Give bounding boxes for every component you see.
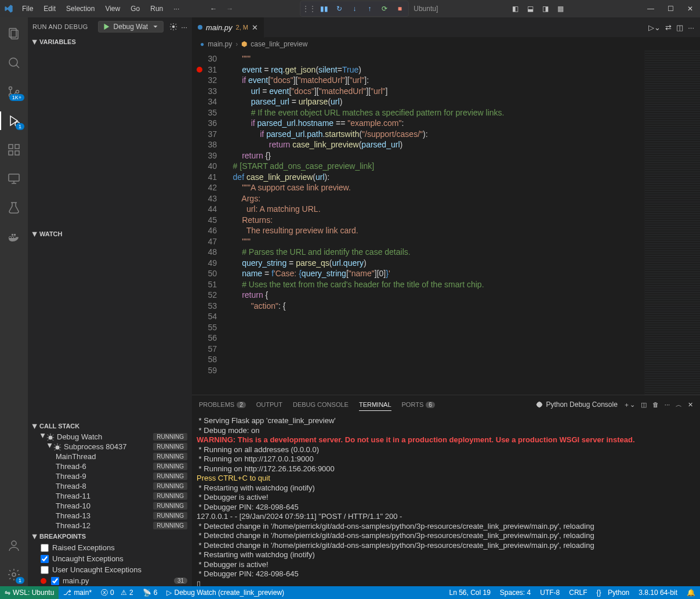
menu-···[interactable]: ··· [169, 2, 184, 15]
panel-more-icon[interactable]: ··· [665, 401, 670, 408]
eol-indicator[interactable]: CRLF [564, 589, 592, 597]
breakpoint-category[interactable]: User Uncaught Exceptions [30, 564, 190, 575]
language-mode[interactable]: {} Python [592, 589, 634, 597]
breakpoint-checkbox[interactable] [51, 577, 59, 585]
breakpoint-label: Uncaught Exceptions [52, 554, 124, 563]
layout-customize-icon[interactable]: ▦ [554, 2, 567, 15]
editor-more-icon[interactable]: ··· [688, 23, 694, 32]
indentation-indicator[interactable]: Spaces: 4 [495, 589, 535, 597]
editor-tab-main[interactable]: main.py 2, M ✕ [192, 17, 264, 38]
breakpoint-checkbox[interactable] [41, 544, 49, 552]
callstack-row[interactable]: Thread-8RUNNING [30, 481, 190, 491]
callstack-row[interactable]: ▶Debug WatchRUNNING [30, 432, 190, 442]
breakpoint-checkbox[interactable] [41, 555, 49, 563]
callstack-row[interactable]: Thread-12RUNNING [30, 521, 190, 531]
explorer-icon[interactable] [0, 22, 28, 45]
callstack-row[interactable]: Thread-9RUNNING [30, 471, 190, 481]
menu-run[interactable]: Run [146, 2, 168, 15]
testing-icon[interactable] [0, 196, 28, 219]
callstack-row[interactable]: Thread-13RUNNING [30, 511, 190, 521]
panel-close-icon[interactable]: ✕ [688, 401, 693, 409]
debug-console-tab[interactable]: DEBUG CONSOLE [293, 399, 349, 410]
settings-gear-icon[interactable]: 1 [0, 563, 28, 586]
extensions-icon[interactable] [0, 138, 28, 161]
terminal-output[interactable]: * Serving Flask app 'create_link_preview… [192, 414, 700, 586]
kill-terminal-icon[interactable]: 🗑 [652, 401, 659, 408]
variables-section-head[interactable]: ▶VARIABLES [28, 36, 192, 48]
debug-session-indicator[interactable]: ▷Debug Watch (create_link_preview) [162, 586, 289, 599]
debug-config-select[interactable]: Debug Wat [98, 21, 164, 33]
drag-handle-icon[interactable]: ⋮⋮ [303, 2, 315, 15]
breakpoint-category[interactable]: Uncaught Exceptions [30, 553, 190, 564]
python-interpreter[interactable]: 3.8.10 64-bit [634, 589, 682, 597]
breakpoint-dot-icon[interactable] [197, 67, 202, 73]
menu-file[interactable]: File [17, 2, 38, 15]
new-terminal-icon[interactable]: ＋⌄ [623, 400, 635, 409]
restart-icon[interactable]: ⟳ [378, 2, 391, 15]
problems-indicator[interactable]: ⓧ0 ⚠2 [96, 586, 138, 599]
layout-toggle-right-icon[interactable]: ◨ [539, 2, 552, 15]
callstack-row[interactable]: Thread-10RUNNING [30, 501, 190, 511]
panel: PROBLEMS2 OUTPUT DEBUG CONSOLE TERMINAL … [192, 395, 700, 586]
callstack-row[interactable]: MainThreadRUNNING [30, 452, 190, 461]
minimap[interactable] [644, 50, 700, 395]
problems-tab[interactable]: PROBLEMS2 [199, 399, 246, 410]
file-breakpoint-row[interactable]: main.py31 [30, 575, 190, 586]
callstack-section-head[interactable]: ▶CALL STACK [28, 420, 192, 432]
docker-icon[interactable] [0, 225, 28, 248]
split-editor-icon[interactable]: ◫ [676, 23, 683, 32]
maximize-icon[interactable]: ☐ [661, 0, 680, 17]
cursor-position[interactable]: Ln 56, Col 19 [444, 589, 495, 597]
notifications-icon[interactable]: 🔔 [682, 589, 700, 597]
remote-indicator[interactable]: ⇋WSL: Ubuntu [0, 586, 59, 599]
close-icon[interactable]: ✕ [680, 0, 700, 17]
source-control-icon[interactable]: 1K+ [0, 80, 28, 103]
panel-maximize-icon[interactable]: ︿ [676, 400, 682, 409]
debug-settings-icon[interactable] [169, 23, 177, 31]
ports-indicator[interactable]: 📡6 [138, 586, 162, 599]
ports-tab[interactable]: PORTS6 [402, 399, 435, 410]
menu-selection[interactable]: Selection [61, 2, 99, 15]
layout-toggle-bottom-icon[interactable]: ⬓ [524, 2, 536, 15]
accounts-icon[interactable] [0, 534, 28, 557]
encoding-indicator[interactable]: UTF-8 [535, 589, 564, 597]
start-debug-icon[interactable] [102, 23, 110, 31]
menu-go[interactable]: Go [126, 2, 144, 15]
layout-toggle-left-icon[interactable]: ◧ [509, 2, 521, 15]
branch-indicator[interactable]: ⎇main* [59, 586, 96, 599]
breakpoint-checkbox[interactable] [41, 566, 49, 574]
code-area[interactable]: """ event = req.get_json(silent=True) if… [224, 50, 644, 395]
callstack-row[interactable]: Thread-6RUNNING [30, 461, 190, 471]
stop-icon[interactable]: ■ [393, 2, 406, 15]
callstack-row[interactable]: Thread-11RUNNING [30, 491, 190, 501]
callstack-row[interactable]: ▶Subprocess 80437RUNNING [30, 442, 190, 452]
more-icon[interactable]: ··· [181, 23, 187, 31]
split-terminal-icon[interactable]: ◫ [641, 401, 647, 409]
step-out-icon[interactable]: ↑ [363, 2, 376, 15]
run-editor-icon[interactable]: ▷⌄ [648, 23, 661, 32]
output-tab[interactable]: OUTPUT [256, 399, 282, 410]
back-icon[interactable]: ← [207, 2, 220, 15]
tab-close-icon[interactable]: ✕ [252, 23, 258, 32]
breakpoints-section-head[interactable]: ▶BREAKPOINTS [28, 531, 192, 542]
menu-view[interactable]: View [100, 2, 125, 15]
breadcrumb[interactable]: ● main.py › ⬢ case_link_preview [192, 38, 700, 50]
step-over-icon[interactable]: ↻ [333, 2, 346, 15]
terminal-tab[interactable]: TERMINAL [359, 399, 391, 411]
editor-body[interactable]: 3031323334353637383940414243444546474849… [192, 50, 700, 395]
step-into-icon[interactable]: ↓ [348, 2, 361, 15]
chevron-down-icon[interactable] [151, 23, 159, 31]
remote-explorer-icon[interactable] [0, 167, 28, 190]
callstack-label: Thread-6 [56, 462, 86, 471]
search-icon[interactable] [0, 51, 28, 74]
code-line: """A support case link preview. [224, 182, 644, 193]
minimize-icon[interactable]: — [641, 0, 661, 17]
run-debug-icon[interactable]: 1 [0, 109, 28, 132]
watch-section-head[interactable]: ▶WATCH [28, 228, 192, 240]
menu-edit[interactable]: Edit [39, 2, 60, 15]
terminal-profile-select[interactable]: Python Debug Console [535, 400, 617, 409]
compare-icon[interactable]: ⇄ [665, 23, 672, 32]
breakpoint-category[interactable]: Raised Exceptions [30, 542, 190, 553]
forward-icon[interactable]: → [223, 2, 236, 15]
pause-icon[interactable]: ▮▮ [318, 2, 331, 15]
